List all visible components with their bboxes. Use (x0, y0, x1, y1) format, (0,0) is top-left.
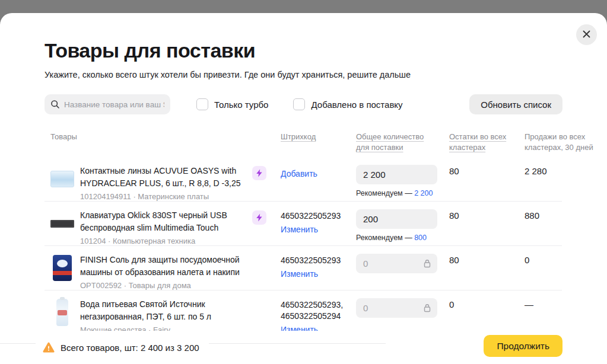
screen: Товары для поставки Укажите, сколько все… (0, 0, 607, 364)
recommend-value-link[interactable]: 2 200 (414, 189, 433, 197)
table-row: Клавиатура Oklick 830ST черный USB беспр… (45, 202, 607, 246)
table-row: FINISH Соль для защиты посудомоечной маш… (45, 246, 607, 290)
product-name: Клавиатура Oklick 830ST черный USB беспр… (80, 209, 247, 234)
turbo-icon (252, 210, 266, 225)
product-cell: Клавиатура Oklick 830ST черный USB беспр… (45, 209, 252, 246)
product-cell: FINISH Соль для защиты посудомоечной маш… (45, 254, 252, 290)
column-header-spacer (252, 132, 281, 153)
column-header-barcode[interactable]: Штрихкод (281, 132, 322, 153)
table-row: Вода питьевая Святой Источник негазирова… (45, 290, 607, 335)
barcode-cell: 4650322505293 Изменить (281, 209, 356, 246)
table-row: Контактные линзы ACUVUE OASYS with HYDRA… (45, 157, 607, 202)
turbo-filter-label: Только турбо (214, 100, 268, 110)
stock-value: 0 (449, 298, 525, 336)
product-cell: Вода питьевая Святой Источник негазирова… (45, 298, 252, 336)
product-meta: 101204 · Компьютерная техника (80, 237, 247, 245)
quantity-input (363, 303, 423, 313)
quantity-cell: Рекомендуем — 800 (356, 209, 449, 246)
quantity-input (363, 258, 423, 269)
quantity-cell: Рекомендуем — (356, 254, 449, 290)
barcode-value: 4650322505293 (281, 255, 351, 266)
product-table: Контактные линзы ACUVUE OASYS with HYDRA… (45, 157, 607, 335)
column-header-sales: Продажи во всех кластерах, 30 дней (525, 132, 607, 153)
search-icon (50, 100, 60, 109)
product-meta: 101204194911 · Материнские платы (80, 192, 247, 201)
total-label: Всего товаров, шт: 2 400 из 3 200 (61, 343, 199, 353)
barcode-action-link[interactable]: Изменить (281, 269, 318, 280)
modal-footer: Всего товаров, шт: 2 400 из 3 200 Продол… (0, 331, 607, 364)
barcode-cell: 4650322505293, 4650322505294 Изменить (281, 298, 356, 336)
product-image (50, 209, 74, 238)
sales-value: — (525, 298, 607, 336)
close-icon (583, 30, 590, 40)
quantity-cell: Рекомендуем — (356, 298, 449, 336)
barcode-value: 4650322505293, 4650322505294 (281, 299, 351, 322)
product-cell: Контактные линзы ACUVUE OASYS with HYDRA… (45, 165, 252, 202)
column-header-quantity[interactable]: Общее количество для поставки (356, 132, 439, 153)
product-image (50, 254, 74, 282)
added-filter-checkbox[interactable]: Добавлено в поставку (293, 98, 402, 110)
barcode-value: 4650322505293 (281, 210, 351, 222)
sales-value: 0 (525, 254, 607, 290)
stock-value: 80 (449, 165, 525, 202)
toolbar: Только турбо Добавлено в поставку Обнови… (45, 94, 562, 114)
stock-value: 80 (449, 209, 525, 246)
supply-products-modal: Товары для поставки Укажите, сколько все… (0, 13, 607, 364)
recommend-row: Рекомендуем — 2 200 (356, 189, 449, 197)
total-summary: Всего товаров, шт: 2 400 из 3 200 (36, 331, 209, 364)
page-title: Товары для поставки (45, 39, 607, 62)
turbo-icon (252, 166, 266, 180)
table-header: Товары Штрихкод Общее количество для пос… (45, 132, 607, 153)
product-name: FINISH Соль для защиты посудомоечной маш… (80, 254, 247, 279)
quantity-input-box (356, 298, 437, 318)
stock-value: 80 (449, 254, 525, 290)
barcode-cell: Добавить (281, 165, 356, 202)
sales-value: 880 (525, 209, 607, 246)
added-filter-label: Добавлено в поставку (311, 100, 402, 110)
product-image (50, 298, 74, 327)
barcode-action-link[interactable]: Добавить (281, 168, 317, 180)
quantity-input[interactable] (363, 214, 431, 224)
search-input[interactable] (64, 100, 164, 109)
product-name: Контактные линзы ACUVUE OASYS with HYDRA… (80, 165, 247, 190)
recommend-row: Рекомендуем — 800 (356, 234, 449, 242)
warning-icon (43, 342, 55, 353)
lock-icon (423, 304, 431, 312)
sales-value: 2 280 (525, 165, 607, 202)
refresh-list-button[interactable]: Обновить список (469, 94, 562, 114)
column-header-stock[interactable]: Остатки во всех кластерах (449, 132, 516, 153)
turbo-filter-checkbox[interactable]: Только турбо (196, 98, 268, 110)
continue-button[interactable]: Продолжить (484, 335, 562, 357)
quantity-input-box[interactable] (356, 165, 437, 184)
search-box[interactable] (45, 94, 170, 114)
page-backdrop (0, 0, 607, 13)
quantity-cell: Рекомендуем — 2 200 (356, 165, 449, 202)
column-header-products: Товары (45, 132, 252, 153)
close-button[interactable] (576, 24, 597, 45)
modal-content: Товары для поставки Укажите, сколько все… (0, 13, 607, 335)
checkbox-icon[interactable] (196, 98, 208, 110)
product-image (50, 165, 74, 193)
lock-icon (423, 259, 431, 268)
barcode-action-link[interactable]: Изменить (281, 224, 318, 235)
product-meta: OPT002592 · Товары для дома (80, 281, 247, 290)
quantity-input-box[interactable] (356, 209, 437, 229)
product-name: Вода питьевая Святой Источник негазирова… (80, 298, 247, 323)
recommend-value-link[interactable]: 800 (414, 234, 427, 242)
quantity-input-box (356, 254, 437, 273)
checkbox-icon[interactable] (293, 98, 305, 110)
barcode-cell: 4650322505293 Изменить (281, 254, 356, 290)
page-subtitle: Укажите, сколько всего штук хотели бы пр… (45, 70, 607, 79)
quantity-input[interactable] (363, 170, 431, 180)
